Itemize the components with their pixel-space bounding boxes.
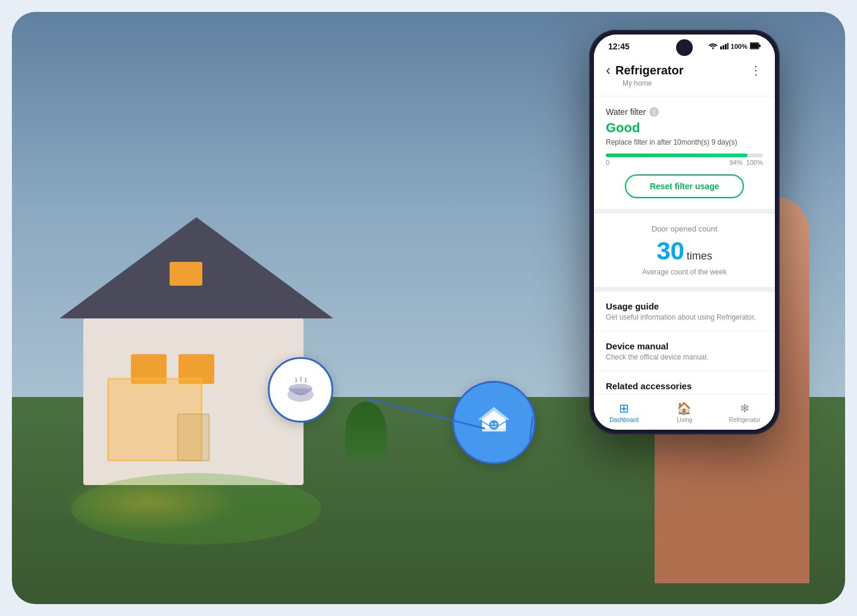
back-button[interactable]: ‹ xyxy=(606,62,611,79)
usage-guide-title: Usage guide xyxy=(606,301,763,311)
tree xyxy=(345,402,387,461)
skylight-window xyxy=(170,262,202,286)
page-subtitle: My home xyxy=(623,79,763,87)
door-count-section: Door opened count 30 times Average count… xyxy=(594,214,775,292)
app-content: Water filter i Good Replace filter in af… xyxy=(594,96,775,426)
info-icon[interactable]: i xyxy=(649,107,659,117)
light-glow xyxy=(60,473,238,533)
device-manual-item[interactable]: Device manual Check the offical device m… xyxy=(594,332,775,371)
replace-text: Replace filter in after 10month(s) 9 day… xyxy=(606,138,763,146)
status-time: 12:45 xyxy=(608,42,630,51)
battery-icon: 100% xyxy=(731,43,747,50)
nav-label-dashboard: Dashboard xyxy=(609,417,639,423)
bowl-icon-circle[interactable] xyxy=(268,357,333,423)
bar-end-label: 94% 100% xyxy=(730,159,763,166)
svg-point-10 xyxy=(495,423,497,425)
status-icons: 100% xyxy=(708,42,761,51)
related-accessories-title: Related accessories xyxy=(606,381,763,391)
door-count-unit: times xyxy=(687,250,712,262)
bar-labels: 0 94% 100% xyxy=(606,159,763,166)
filter-bar-fill xyxy=(606,154,747,157)
wifi-icon xyxy=(708,42,718,51)
device-manual-subtitle: Check the offical device manual. xyxy=(606,353,763,361)
nav-label-refrigerator: Refrigerator xyxy=(729,417,761,423)
nav-item-refrigerator[interactable]: ❄ Refrigerator xyxy=(715,401,775,423)
svg-rect-21 xyxy=(750,43,758,48)
home-envelope-svg xyxy=(470,399,518,446)
svg-rect-22 xyxy=(759,45,761,47)
dashboard-icon: ⊞ xyxy=(619,401,629,415)
door-count-row: 30 times xyxy=(606,237,763,265)
svg-point-9 xyxy=(492,423,493,425)
door-avg-label: Average count of the week xyxy=(606,268,763,276)
bottom-nav: ⊞ Dashboard 🏠 Living ❄ Refrigerator xyxy=(594,394,775,426)
device-manual-title: Device manual xyxy=(606,341,763,351)
svg-rect-17 xyxy=(722,45,724,49)
svg-rect-16 xyxy=(720,46,722,49)
page-title: Refrigerator xyxy=(615,64,683,77)
svg-point-8 xyxy=(489,420,499,430)
battery-graphic xyxy=(750,42,761,51)
bar-start-label: 0 xyxy=(606,159,609,166)
camera-notch xyxy=(676,39,693,56)
signal-icon xyxy=(720,42,728,51)
svg-point-4 xyxy=(289,384,312,393)
water-filter-label: Water filter i xyxy=(606,107,763,117)
door-count-label: Door opened count xyxy=(606,224,763,233)
living-icon: 🏠 xyxy=(677,401,692,415)
usage-guide-subtitle: Get useful information about using Refri… xyxy=(606,313,763,321)
usage-guide-item[interactable]: Usage guide Get useful information about… xyxy=(594,292,775,332)
nav-item-dashboard[interactable]: ⊞ Dashboard xyxy=(594,401,654,423)
home-envelope-icon-circle[interactable] xyxy=(452,381,536,464)
water-filter-section: Water filter i Good Replace filter in af… xyxy=(594,96,775,214)
background-scene: 12:45 100% xyxy=(12,12,845,604)
more-options-button[interactable]: ⋮ xyxy=(750,63,763,77)
door-count-number: 30 xyxy=(656,237,684,265)
reset-filter-button[interactable]: Reset filter usage xyxy=(625,174,745,198)
refrigerator-icon: ❄ xyxy=(740,401,750,415)
house-door xyxy=(177,414,210,461)
nav-item-living[interactable]: 🏠 Living xyxy=(654,401,714,423)
svg-point-15 xyxy=(712,47,714,49)
svg-rect-19 xyxy=(727,43,728,49)
phone-screen: 12:45 100% xyxy=(594,35,775,430)
app-header: ‹ Refrigerator ⋮ My home xyxy=(594,56,775,96)
svg-rect-18 xyxy=(725,44,727,49)
phone-wrap: 12:45 100% xyxy=(559,18,809,583)
nav-label-living: Living xyxy=(677,417,692,423)
phone-device: 12:45 100% xyxy=(589,30,780,434)
filter-bar-background xyxy=(606,154,763,157)
bowl-svg xyxy=(283,372,318,408)
filter-bar: 0 94% 100% xyxy=(606,154,763,166)
filter-status: Good xyxy=(606,120,763,136)
